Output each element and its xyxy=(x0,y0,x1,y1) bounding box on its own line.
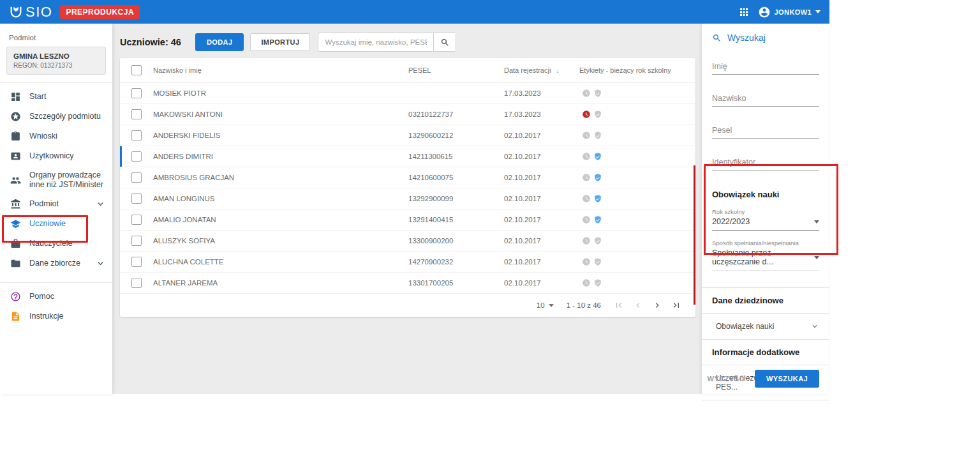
row-checkbox[interactable] xyxy=(131,257,142,267)
quick-search-input[interactable] xyxy=(318,38,433,46)
cell-pesel: 13301700205 xyxy=(401,279,503,287)
row-checkbox[interactable] xyxy=(131,130,142,140)
apps-grid-icon[interactable] xyxy=(738,6,750,18)
entity-name: GMINA LESZNO xyxy=(13,52,99,60)
table-body: MOSIEK PIOTR 17.03.2023 MAKOWSKI ANTONI … xyxy=(120,83,695,294)
school-year-select[interactable]: 2022/2023 xyxy=(712,215,819,231)
sidebar-item-organy-prowadzace[interactable]: Organy prowadzące inne niż JST/Minister xyxy=(0,166,112,194)
cell-date: 17.03.2023 xyxy=(503,110,579,118)
sidebar-item-instrukcje[interactable]: Instrukcje xyxy=(0,307,112,326)
cell-date: 02.10.2017 xyxy=(503,174,579,181)
search-submit-button[interactable]: WYSZUKAJ xyxy=(755,370,819,388)
table-row[interactable]: AMALIO JONATAN 13291400415 02.10.2017 xyxy=(120,209,695,231)
shield-status-icon xyxy=(593,236,602,245)
add-button[interactable]: DODAJ xyxy=(195,33,244,51)
row-checkbox[interactable] xyxy=(131,151,142,162)
sidebar-item-szczegoly-podmiotu[interactable]: Szczegóły podmiotu xyxy=(0,107,112,126)
table-row[interactable]: ALUCHNA COLETTE 14270900232 02.10.2017 xyxy=(120,252,695,273)
row-checkbox[interactable] xyxy=(131,236,142,246)
sort-desc-icon[interactable]: ↓ xyxy=(556,66,560,74)
quick-search xyxy=(318,33,456,52)
clock-status-icon xyxy=(582,278,591,287)
cell-name: ANDERSKI FIDELIS xyxy=(152,132,401,139)
table-row[interactable]: MAKOWSKI ANTONI 03210122737 17.03.2023 xyxy=(120,104,695,125)
cell-date: 02.10.2017 xyxy=(503,153,579,160)
sidebar-divider xyxy=(0,82,112,83)
page-size-select[interactable]: 10 xyxy=(537,301,554,309)
next-page-icon[interactable] xyxy=(652,300,662,310)
topbar-actions: JONKOW1 xyxy=(738,6,820,19)
sidebar-item-wnioski[interactable]: Wnioski xyxy=(0,126,112,146)
sidebar: Podmiot GMINA LESZNO REGON: 013271373 St… xyxy=(0,24,112,394)
graduation-cap-icon xyxy=(10,218,21,229)
pagination: 10 1 - 10 z 46 xyxy=(120,294,695,317)
user-menu[interactable]: JONKOW1 xyxy=(758,6,820,19)
row-checkbox[interactable] xyxy=(131,88,142,98)
sidebar-item-start[interactable]: Start xyxy=(0,87,112,107)
row-checkbox[interactable] xyxy=(131,194,142,204)
filter-panel-title: Wyszukaj xyxy=(727,33,766,43)
page-size-caret-icon xyxy=(549,304,554,307)
shield-status-icon xyxy=(593,89,602,98)
last-name-field[interactable] xyxy=(712,92,819,107)
row-checkbox[interactable] xyxy=(131,109,142,119)
table-row[interactable]: AMAN LONGINUS 13292900099 02.10.2017 xyxy=(120,188,695,209)
domain-data-item-school-duty[interactable]: Obowiązek nauki xyxy=(712,314,819,339)
import-button[interactable]: IMPORTUJ xyxy=(250,33,310,51)
table-row[interactable]: ANDERS DIMITRI 14211300615 02.10.2017 xyxy=(120,146,695,167)
table-row[interactable]: ALTANER JAREMA 13301700205 02.10.2017 xyxy=(120,273,695,294)
cell-date: 02.10.2017 xyxy=(503,279,579,287)
first-name-field[interactable] xyxy=(712,60,819,75)
fulfillment-label: Sposób spełniania/niespełniania xyxy=(712,239,819,247)
table-row[interactable]: ANDERSKI FIDELIS 13290600212 02.10.2017 xyxy=(120,125,695,146)
domain-data-title: Dane dziedzinowe xyxy=(712,288,819,313)
cell-labels xyxy=(579,215,695,224)
cell-pesel: 14270900232 xyxy=(401,258,503,266)
table-row[interactable]: AMBROSIUS GRACJAN 14210600075 02.10.2017 xyxy=(120,167,695,188)
row-checkbox[interactable] xyxy=(131,215,142,225)
table-header-row: Nazwisko i imię PESEL Data rejestracji↓ … xyxy=(120,58,695,83)
sidebar-item-podmiot[interactable]: Podmiot xyxy=(0,194,112,214)
cell-pesel: 13291400415 xyxy=(401,216,503,224)
table-row[interactable]: MOSIEK PIOTR 17.03.2023 xyxy=(120,83,695,104)
previous-page-icon[interactable] xyxy=(633,300,643,310)
identifier-field[interactable] xyxy=(712,156,819,171)
username: JONKOW1 xyxy=(775,8,812,16)
clock-status-icon xyxy=(582,236,591,245)
sio-logo-icon xyxy=(9,5,23,19)
cell-name: AMAN LONGINUS xyxy=(152,195,401,202)
table-row[interactable]: ALUSZYK SOFIYA 13300900200 02.10.2017 xyxy=(120,231,695,252)
chevron-down-icon xyxy=(810,322,819,331)
clock-status-icon xyxy=(582,89,591,98)
sidebar-item-nauczyciele[interactable]: Nauczyciele xyxy=(0,234,112,254)
quick-search-button[interactable] xyxy=(434,33,456,51)
fulfillment-select[interactable]: Spełnianie przez uczęszczanie d... xyxy=(712,247,819,271)
sidebar-nav: Start Szczegóły podmiotu Wnioski Użytkow… xyxy=(0,87,112,273)
row-checkbox[interactable] xyxy=(131,278,142,288)
first-page-icon[interactable] xyxy=(614,300,624,310)
panel-divider xyxy=(702,400,829,400)
clear-filters-button[interactable]: WYCZYŚĆ xyxy=(704,370,749,388)
cell-name: ALUSZYK SOFIYA xyxy=(152,237,401,245)
cell-date: 02.10.2017 xyxy=(503,216,579,224)
shield-status-icon xyxy=(593,173,602,182)
scrollbar-thumb[interactable] xyxy=(694,165,695,305)
sidebar-item-dane-zbiorcze[interactable]: Dane zbiorcze xyxy=(0,254,112,273)
filter-panel-header: Wyszukaj xyxy=(712,33,819,43)
logo-text: SIO xyxy=(26,4,52,20)
cell-pesel: 14210600075 xyxy=(401,174,503,181)
sidebar-item-pomoc[interactable]: Pomoc xyxy=(0,287,112,307)
column-header-name[interactable]: Nazwisko i imię xyxy=(152,66,401,74)
dashboard-icon xyxy=(10,91,21,102)
column-header-pesel[interactable]: PESEL xyxy=(401,66,503,74)
column-header-date[interactable]: Data rejestracji↓ xyxy=(503,66,579,74)
shield-status-icon xyxy=(593,278,602,287)
select-all-checkbox[interactable] xyxy=(131,65,142,75)
last-page-icon[interactable] xyxy=(671,300,681,310)
cell-name: MOSIEK PIOTR xyxy=(152,89,401,97)
shield-status-icon xyxy=(593,215,602,224)
pesel-field[interactable] xyxy=(712,124,819,139)
sidebar-item-uczniowie[interactable]: Uczniowie xyxy=(0,214,112,234)
row-checkbox[interactable] xyxy=(131,172,142,183)
sidebar-item-uzytkownicy[interactable]: Użytkownicy xyxy=(0,146,112,166)
